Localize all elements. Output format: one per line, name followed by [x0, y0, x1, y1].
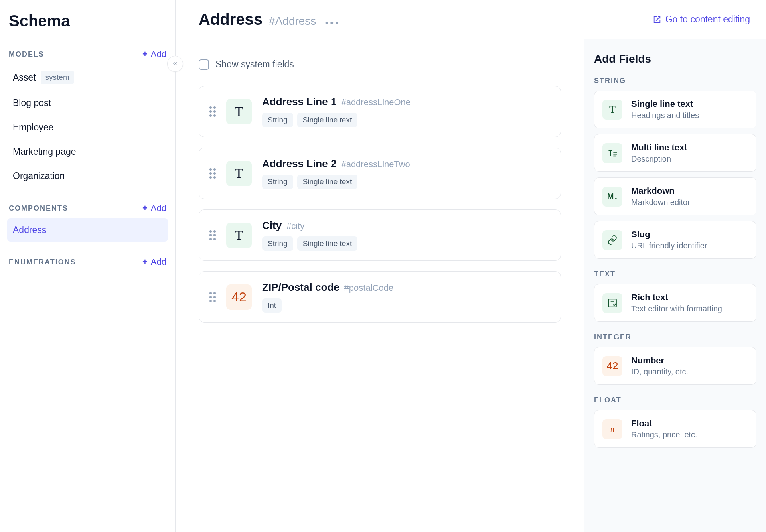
- sidebar-item-blog-post[interactable]: Blog post: [7, 91, 168, 115]
- markdown-icon: M↓: [602, 187, 622, 207]
- sidebar-item-marketing-page[interactable]: Marketing page: [7, 140, 168, 164]
- add-field-desc: Headings and titles: [631, 111, 748, 120]
- add-field-name: Markdown: [631, 186, 748, 196]
- group-label-float: FLOAT: [594, 396, 756, 404]
- rich-text-icon: [602, 293, 622, 313]
- add-fields-title: Add Fields: [594, 53, 756, 65]
- add-field-markdown[interactable]: M↓ Markdown Markdown editor: [594, 177, 756, 215]
- drag-handle-icon[interactable]: [209, 292, 216, 302]
- add-field-rich-text[interactable]: Rich text Text editor with formatting: [594, 284, 756, 322]
- drag-handle-icon[interactable]: [209, 168, 216, 179]
- add-field-name: Single line text: [631, 99, 748, 109]
- field-name: Address Line 1: [262, 96, 336, 108]
- field-card[interactable]: 42 ZIP/Postal code #postalCode Int: [199, 271, 561, 323]
- field-card[interactable]: T City #city String Single line text: [199, 209, 561, 261]
- collapse-sidebar-button[interactable]: [167, 56, 183, 72]
- sidebar-section-title-components: COMPONENTS: [9, 204, 68, 213]
- field-card[interactable]: T Address Line 2 #addressLineTwo String …: [199, 148, 561, 199]
- show-system-fields-row: Show system fields: [199, 59, 561, 70]
- sidebar-item-label: Organization: [13, 171, 65, 181]
- sidebar-item-employee[interactable]: Employee: [7, 116, 168, 139]
- plus-icon: +: [142, 50, 148, 59]
- field-tags: String Single line text: [262, 175, 550, 189]
- drag-handle-icon[interactable]: [209, 106, 216, 117]
- add-field-desc: Description: [631, 154, 748, 164]
- add-field-desc: Text editor with formatting: [631, 304, 748, 313]
- text-icon: T: [602, 100, 622, 120]
- add-field-name: Number: [631, 355, 748, 366]
- add-label: Add: [151, 257, 166, 267]
- sidebar-item-address[interactable]: Address: [7, 218, 168, 242]
- field-tag: String: [262, 175, 293, 189]
- sidebar-item-label: Blog post: [13, 98, 51, 108]
- add-field-name: Slug: [631, 229, 748, 240]
- sidebar-section-title-models: MODELS: [9, 50, 44, 59]
- field-card[interactable]: T Address Line 1 #addressLineOne String …: [199, 86, 561, 137]
- add-fields-panel: Add Fields STRING T Single line text Hea…: [584, 39, 766, 532]
- add-label: Add: [151, 203, 166, 213]
- sidebar-section-head-enumerations: ENUMERATIONS + Add: [7, 250, 168, 271]
- field-tags: Int: [262, 298, 550, 313]
- sidebar-item-asset[interactable]: Asset system: [7, 64, 168, 91]
- sidebar-components-list: Address: [7, 218, 168, 242]
- add-field-multi-line-text[interactable]: Multi line text Description: [594, 134, 756, 172]
- fields-area: Show system fields T Address Line 1 #add…: [176, 39, 584, 532]
- add-field-name: Rich text: [631, 292, 748, 303]
- field-api-id: #postalCode: [344, 283, 394, 293]
- add-enumeration-button[interactable]: + Add: [142, 257, 166, 267]
- sidebar: Schema MODELS + Add Asset system Blog po…: [0, 0, 176, 532]
- system-badge: system: [41, 71, 74, 84]
- add-field-number[interactable]: 42 Number ID, quantity, etc.: [594, 347, 756, 385]
- field-info: ZIP/Postal code #postalCode Int: [262, 281, 550, 313]
- sidebar-item-label: Employee: [13, 122, 53, 133]
- field-api-id: #addressLineOne: [341, 97, 411, 108]
- sidebar-section-title-enumerations: ENUMERATIONS: [9, 258, 76, 266]
- type-badge-string: T: [226, 161, 252, 186]
- field-name: Address Line 2: [262, 158, 336, 170]
- field-info: City #city String Single line text: [262, 219, 550, 251]
- main: Address #Address ●●● Go to content editi…: [176, 0, 766, 532]
- add-field-desc: URL friendly identifier: [631, 241, 748, 250]
- model-more-button[interactable]: ●●●: [322, 19, 340, 26]
- field-tag: Single line text: [297, 175, 358, 189]
- add-field-desc: Markdown editor: [631, 198, 748, 207]
- float-icon: π: [602, 419, 622, 439]
- add-field-single-line-text[interactable]: T Single line text Headings and titles: [594, 91, 756, 128]
- group-label-text: TEXT: [594, 270, 756, 278]
- add-field-name: Float: [631, 418, 748, 429]
- add-component-button[interactable]: + Add: [142, 203, 166, 213]
- sidebar-item-organization[interactable]: Organization: [7, 164, 168, 188]
- main-body: Show system fields T Address Line 1 #add…: [176, 39, 766, 532]
- sidebar-section-head-components: COMPONENTS + Add: [7, 196, 168, 217]
- group-label-string: STRING: [594, 77, 756, 85]
- field-tag: String: [262, 113, 293, 127]
- sidebar-item-label: Marketing page: [13, 146, 76, 157]
- type-badge-int: 42: [226, 284, 252, 310]
- show-system-fields-label: Show system fields: [215, 59, 294, 70]
- link-icon: [602, 230, 622, 250]
- field-info: Address Line 1 #addressLineOne String Si…: [262, 96, 550, 127]
- show-system-fields-checkbox[interactable]: [199, 59, 209, 70]
- add-model-button[interactable]: + Add: [142, 49, 166, 59]
- field-api-id: #addressLineTwo: [341, 159, 410, 169]
- add-field-float[interactable]: π Float Ratings, price, etc.: [594, 410, 756, 448]
- add-field-desc: ID, quantity, etc.: [631, 367, 748, 376]
- multiline-text-icon: [602, 143, 622, 163]
- type-badge-string: T: [226, 223, 252, 248]
- goto-label: Go to content editing: [665, 14, 750, 25]
- add-label: Add: [151, 49, 166, 59]
- group-label-integer: INTEGER: [594, 333, 756, 341]
- add-field-slug[interactable]: Slug URL friendly identifier: [594, 221, 756, 259]
- field-tag: Single line text: [297, 113, 358, 127]
- field-tags: String Single line text: [262, 236, 550, 251]
- field-tag: Int: [262, 298, 282, 313]
- plus-icon: +: [142, 258, 148, 266]
- model-api-id: #Address: [269, 15, 316, 28]
- external-link-icon: [653, 15, 661, 24]
- chevron-double-left-icon: [172, 61, 178, 67]
- field-tags: String Single line text: [262, 113, 550, 127]
- goto-content-editing-link[interactable]: Go to content editing: [653, 14, 750, 25]
- drag-handle-icon[interactable]: [209, 230, 216, 240]
- field-tag: Single line text: [297, 236, 358, 251]
- plus-icon: +: [142, 204, 148, 213]
